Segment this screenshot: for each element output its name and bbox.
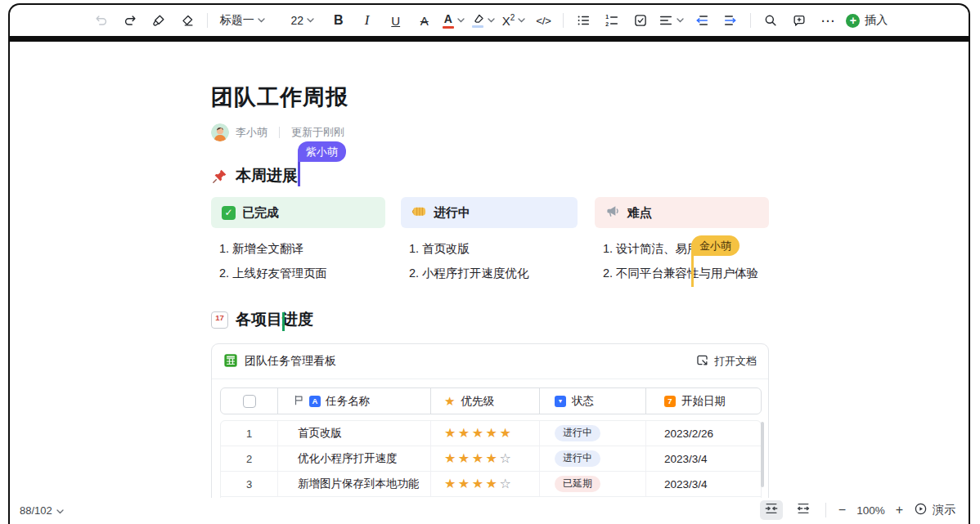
redo-button[interactable]	[119, 10, 141, 31]
comment-button[interactable]	[789, 10, 810, 31]
app-window: 标题一 22 B I U A A X2 </>	[8, 3, 970, 524]
more-button[interactable]: ⋯	[817, 10, 838, 31]
row-index: 2	[221, 446, 278, 471]
status-box-doing[interactable]: 进行中	[401, 197, 578, 228]
task-name-cell[interactable]: 优化小程序打开速度	[278, 446, 431, 471]
column-header-date[interactable]: 7 开始日期	[646, 388, 761, 414]
font-color-button[interactable]: A	[443, 10, 465, 31]
page-indicator-value: 88/102	[20, 504, 52, 517]
date-cell[interactable]: 2023/2/26	[646, 421, 761, 446]
row-index: 1	[221, 421, 278, 446]
megaphone-icon	[605, 204, 621, 222]
svg-text:2: 2	[606, 21, 609, 27]
heading-style-label: 标题一	[220, 13, 254, 28]
align-button[interactable]	[659, 10, 684, 31]
bold-button[interactable]: B	[328, 10, 349, 31]
select-all-checkbox[interactable]	[243, 395, 256, 408]
document-title[interactable]: 团队工作周报	[211, 83, 348, 112]
present-label: 演示	[933, 503, 955, 517]
collaborator-caret-yellow	[691, 256, 694, 287]
date-cell[interactable]: 2023/3/4	[646, 472, 761, 496]
fit-width-button[interactable]	[760, 500, 783, 520]
zoom-level[interactable]: 100%	[856, 504, 885, 517]
table-row[interactable]: 1 首页改版 ★★★★★ 进行中 2023/2/26	[221, 421, 761, 446]
status-box-label: 进行中	[434, 205, 470, 221]
section-heading-weekly-progress[interactable]: 本周进展	[211, 165, 298, 186]
status-cell[interactable]: 进行中	[540, 446, 646, 471]
zoom-out-button[interactable]: −	[838, 503, 846, 517]
list-item[interactable]: 1. 设计简洁、易用	[595, 236, 769, 261]
play-circle-icon	[914, 502, 928, 518]
underline-button[interactable]: U	[385, 10, 407, 31]
section-heading-project-progress[interactable]: 17 各项目进度	[211, 309, 313, 330]
status-box-issues[interactable]: 难点	[595, 197, 769, 228]
format-toolbar: 标题一 22 B I U A A X2 </>	[10, 5, 969, 36]
column-header-label: 优先级	[461, 394, 494, 409]
column-header-label: 开始日期	[681, 394, 726, 409]
column-header-status[interactable]: ▼ 状态	[540, 388, 646, 414]
status-cell[interactable]: 进行中	[540, 421, 646, 446]
present-button[interactable]: 演示	[914, 502, 955, 518]
list-item[interactable]: 1. 新增全文翻译	[211, 236, 385, 261]
list-item[interactable]: 2. 不同平台兼容性与用户体验	[595, 261, 769, 285]
priority-cell[interactable]: ★★★★☆	[431, 446, 540, 471]
priority-cell[interactable]: ★★★★☆	[431, 472, 540, 496]
svg-text:1: 1	[606, 14, 609, 20]
task-name-cell[interactable]: 首页改版	[278, 421, 431, 446]
author-avatar[interactable]	[211, 123, 229, 141]
indent-icon	[723, 13, 738, 28]
embedded-table-card[interactable]: 团队任务管理看板 打开文档 A 任务名称 ★	[211, 343, 769, 524]
list-item[interactable]: 2. 上线好友管理页面	[211, 261, 385, 285]
updated-text: 更新于刚刚	[291, 125, 344, 140]
collaborator-cursor-label-purple: 紫小萌	[298, 141, 346, 162]
select-field-badge: ▼	[555, 396, 566, 407]
font-size-select[interactable]: 22	[285, 10, 321, 31]
table-row[interactable]: 2 优化小程序打开速度 ★★★★☆ 进行中 2023/3/4	[221, 446, 761, 472]
numbered-list-icon: 12	[605, 13, 619, 28]
superscript-button[interactable]: X2	[502, 10, 526, 31]
column-header-priority[interactable]: ★ 优先级	[431, 388, 540, 414]
status-box-done[interactable]: ✓ 已完成	[211, 197, 385, 228]
chevron-down-icon	[518, 18, 525, 23]
open-document-button[interactable]: 打开文档	[695, 353, 757, 369]
full-width-button[interactable]	[793, 500, 813, 520]
numbered-list-button[interactable]: 12	[601, 10, 623, 31]
align-icon	[659, 13, 673, 28]
card-divider	[212, 378, 768, 379]
date-cell[interactable]: 2023/3/4	[646, 446, 761, 471]
format-painter-button[interactable]	[148, 10, 169, 31]
italic-button[interactable]: I	[357, 10, 378, 31]
list-item[interactable]: 1. 首页改版	[401, 236, 575, 261]
strikethrough-button[interactable]: A	[414, 10, 435, 31]
page-indicator[interactable]: 88/102	[20, 504, 64, 517]
statusbar-divider	[825, 503, 826, 517]
undo-button[interactable]	[91, 10, 112, 31]
collaborator-cursor-label-yellow: 金小萌	[691, 235, 739, 256]
insert-button[interactable]: + 插入	[846, 10, 888, 31]
bullet-list-button[interactable]	[573, 10, 594, 31]
priority-cell[interactable]: ★★★★★	[431, 421, 540, 446]
heading-style-select[interactable]: 标题一	[217, 10, 277, 31]
list-item[interactable]: 2. 小程序打开速度优化	[401, 261, 575, 285]
toolbar-divider	[207, 13, 208, 28]
table-row[interactable]: 3 新增图片保存到本地功能 ★★★★☆ 已延期 2023/3/4	[221, 472, 761, 497]
code-button[interactable]: </>	[533, 10, 554, 31]
eraser-button[interactable]	[177, 10, 198, 31]
task-name-cell[interactable]: 新增图片保存到本地功能	[278, 472, 431, 496]
star-rating: ★★★★☆	[444, 477, 513, 490]
status-cell[interactable]: 已延期	[540, 472, 646, 496]
indent-button[interactable]	[720, 10, 741, 31]
todo-list-icon	[633, 13, 648, 28]
todo-list-button[interactable]	[630, 10, 651, 31]
highlight-button[interactable]	[472, 10, 495, 31]
zoom-in-button[interactable]: +	[896, 503, 903, 517]
flag-icon	[293, 394, 304, 409]
chevron-down-icon	[258, 18, 265, 23]
document-canvas[interactable]: 团队工作周报 李小萌 更新于刚刚 紫小萌 金小萌 本周进展 ✓ 已完成	[10, 42, 969, 524]
outdent-button[interactable]	[691, 10, 713, 31]
table-header-row: A 任务名称 ★ 优先级 ▼ 状态 7 开始日期	[220, 387, 762, 414]
column-header-name[interactable]: A 任务名称	[278, 388, 431, 414]
table-scrollbar[interactable]	[761, 422, 764, 487]
search-button[interactable]	[760, 10, 781, 31]
collaborator-caret-green	[282, 312, 285, 331]
